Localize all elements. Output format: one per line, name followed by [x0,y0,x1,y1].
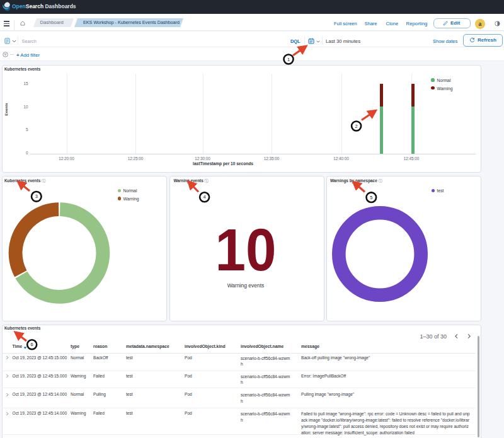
svg-text:1: 1 [287,57,290,62]
svg-text:5: 5 [370,195,372,200]
svg-text:6: 6 [31,342,33,347]
svg-text:4: 4 [203,194,206,200]
svg-text:3: 3 [35,193,38,199]
svg-text:2: 2 [355,124,358,129]
